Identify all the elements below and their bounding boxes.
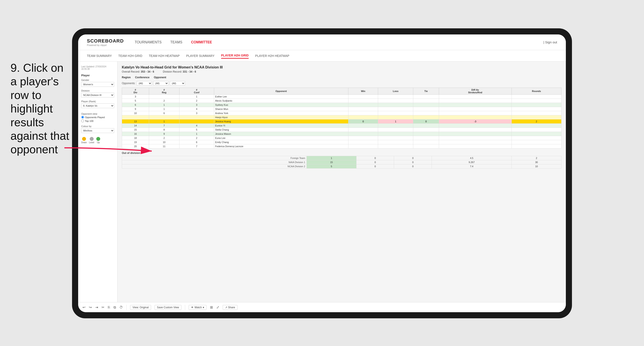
- conference-section-label: Conference: [135, 76, 150, 79]
- division-label: Division: [81, 89, 114, 92]
- grid-title: Katelyn Vo Head-to-Head Grid for Women's…: [122, 65, 562, 69]
- region-section-label: Region: [122, 76, 131, 79]
- opponents-filter-group: Opponents: (All) (All) (All): [122, 81, 185, 85]
- col-diff: Diff AvStrokes/Rnd: [439, 88, 512, 95]
- sign-out[interactable]: | Sign out: [543, 40, 557, 44]
- col-div: #Div: [122, 88, 149, 95]
- table-row[interactable]: 1691Jessica Mason: [122, 132, 562, 136]
- logo-title: SCOREBOARD: [87, 38, 124, 44]
- view-original-button[interactable]: View: Original: [130, 305, 151, 310]
- table-row[interactable]: Heejo Hyun: [122, 115, 562, 120]
- overall-record-label: Overall Record: 353 - 34 - 6: [122, 70, 154, 73]
- col-tie: Tie: [413, 88, 439, 95]
- out-of-division-table: Foreign Team1004.52NAIA Division 115009.…: [122, 156, 562, 169]
- sidebar-timestamp: Last Updated: 27/03/2024 16:55:38: [81, 65, 114, 70]
- colour-section: Colour by Win/loss Down Level: [81, 125, 114, 144]
- resize-icon[interactable]: ⤢: [216, 305, 219, 309]
- top-nav: SCOREBOARD Powered by clippd TOURNAMENTS…: [78, 34, 566, 50]
- sidebar: Last Updated: 27/03/2024 16:55:38 Player…: [78, 61, 118, 302]
- out-of-division-row[interactable]: Foreign Team1004.52: [122, 156, 562, 160]
- table-row[interactable]: 1585Stella Chang: [122, 128, 562, 132]
- tab-player-h2h-grid[interactable]: PLAYER H2H GRID: [221, 53, 249, 59]
- main-content: Last Updated: 27/03/2024 16:55:38 Player…: [78, 61, 566, 302]
- table-row[interactable]: 1063Andrea York: [122, 111, 562, 115]
- nav-teams[interactable]: TEAMS: [170, 39, 182, 45]
- cut-icon[interactable]: ✂: [102, 305, 104, 309]
- sub-nav: TEAM SUMMARY TEAM H2H GRID TEAM H2H HEAT…: [78, 50, 566, 61]
- division-select[interactable]: NCAA Division III: [81, 93, 114, 97]
- region-filter-select[interactable]: (All): [137, 81, 152, 85]
- opponent-filter-select[interactable]: (All): [170, 81, 185, 85]
- down-label: Down: [81, 141, 87, 144]
- up-circle: [96, 137, 100, 141]
- col-conf: #Conf: [180, 88, 214, 95]
- tab-player-h2h-heatmap[interactable]: PLAYER H2H HEATMAP: [255, 53, 290, 58]
- table-row[interactable]: 20117Federica Domecq Lacroze: [122, 144, 562, 149]
- level-label: Level: [89, 141, 94, 144]
- out-of-division-row[interactable]: NAIA Division 115009.26730: [122, 160, 562, 165]
- share-button[interactable]: ↗ Share: [223, 305, 238, 310]
- tab-team-summary[interactable]: TEAM SUMMARY: [87, 53, 112, 58]
- opponent-section-label: Opponent: [154, 76, 166, 79]
- table-row[interactable]: 914Sharon Mun: [122, 107, 562, 111]
- table-row[interactable]: 1474Eunice Yi: [122, 124, 562, 128]
- colour-select[interactable]: Win/loss: [81, 128, 114, 133]
- out-of-division-title: Out of division: [122, 152, 562, 155]
- conference-filter-select[interactable]: (All): [153, 81, 168, 85]
- up-label: Up: [96, 141, 100, 144]
- level-circle: [90, 137, 94, 141]
- radio-opponents-played[interactable]: Opponents Played: [81, 116, 114, 119]
- undo-icon[interactable]: ↩: [82, 305, 85, 309]
- table-row[interactable]: 1822Euna Lee: [122, 136, 562, 140]
- player-rank-select[interactable]: 8. Katelyn Vo: [81, 103, 114, 108]
- tab-player-summary[interactable]: PLAYER SUMMARY: [186, 53, 214, 58]
- opponent-view-label: Opponent view: [81, 113, 114, 115]
- nav-tournaments[interactable]: TOURNAMENTS: [135, 39, 162, 45]
- table-row[interactable]: 522Alexis Sudjianto: [122, 99, 562, 103]
- bottom-toolbar: ↩ ↪ ⇥ ✂ ⎘ ⧉ ⏱ View: Original Save Custom…: [78, 302, 566, 312]
- paste-icon[interactable]: ⧉: [114, 306, 116, 309]
- tab-team-h2h-grid[interactable]: TEAM H2H GRID: [118, 53, 142, 58]
- out-of-division-section: Out of division Foreign Team1004.52NAIA …: [122, 152, 562, 169]
- tablet-frame: SCOREBOARD Powered by clippd TOURNAMENTS…: [72, 28, 572, 318]
- overall-record: 353 - 34 - 6: [141, 70, 154, 73]
- nav-committee[interactable]: COMMITTEE: [191, 39, 212, 45]
- redo-icon[interactable]: ↪: [89, 305, 92, 309]
- col-reg: #Reg: [149, 88, 180, 95]
- view-original-label: View: Original: [132, 306, 149, 309]
- grid-subtitle: Overall Record: 353 - 34 - 6 Division Re…: [122, 70, 562, 73]
- player-rank-label: Player (Rank): [81, 100, 114, 103]
- col-rounds: Rounds: [512, 88, 561, 95]
- logo: SCOREBOARD Powered by clippd: [87, 38, 124, 46]
- col-win: Win: [348, 88, 378, 95]
- layout-icon[interactable]: ⊞: [210, 305, 213, 309]
- instruction-text: 9. Click on a player's row to highlight …: [10, 61, 70, 156]
- filter-selects-row: Opponents: (All) (All) (All): [122, 81, 562, 85]
- radio-top100[interactable]: Top 100: [81, 120, 114, 122]
- gender-select[interactable]: Women's: [81, 82, 114, 87]
- table-row[interactable]: 131Jessica Huang010-32: [122, 120, 562, 124]
- opponent-view-section: Opponent view Opponents Played Top 100: [81, 113, 114, 122]
- table-row[interactable]: 613Sydney Kuo: [122, 103, 562, 107]
- filter-row: Region Conference Opponent: [122, 76, 562, 79]
- colour-circles: Down Level Up: [81, 137, 114, 144]
- logo-subtitle: Powered by clippd: [87, 44, 124, 46]
- forward-icon[interactable]: ⇥: [95, 305, 98, 309]
- h2h-grid-table: #Div #Reg #Conf Opponent Win Loss Tie Di…: [122, 88, 562, 149]
- save-custom-view-button[interactable]: Save Custom View: [154, 305, 182, 310]
- copy-icon[interactable]: ⎘: [108, 306, 110, 309]
- division-record-label: Division Record: 331 - 34 - 6: [163, 70, 196, 73]
- col-loss: Loss: [378, 88, 413, 95]
- tab-team-h2h-heatmap[interactable]: TEAM H2H HEATMAP: [149, 53, 180, 58]
- watch-button[interactable]: 👁 Watch ▾: [188, 305, 206, 310]
- grid-area: Katelyn Vo Head-to-Head Grid for Women's…: [118, 61, 566, 302]
- table-row[interactable]: 19106Emily Chang: [122, 140, 562, 144]
- out-of-division-row[interactable]: NCAA Division 25007.410: [122, 165, 562, 169]
- table-row[interactable]: 31Esther Lee: [122, 95, 562, 99]
- timer-icon[interactable]: ⏱: [120, 306, 123, 309]
- col-opponent: Opponent: [214, 88, 348, 95]
- save-custom-view-label: Save Custom View: [157, 306, 179, 309]
- sidebar-player-title: Player: [81, 74, 114, 77]
- tablet-screen: SCOREBOARD Powered by clippd TOURNAMENTS…: [78, 34, 566, 312]
- gender-label: Gender: [81, 79, 114, 81]
